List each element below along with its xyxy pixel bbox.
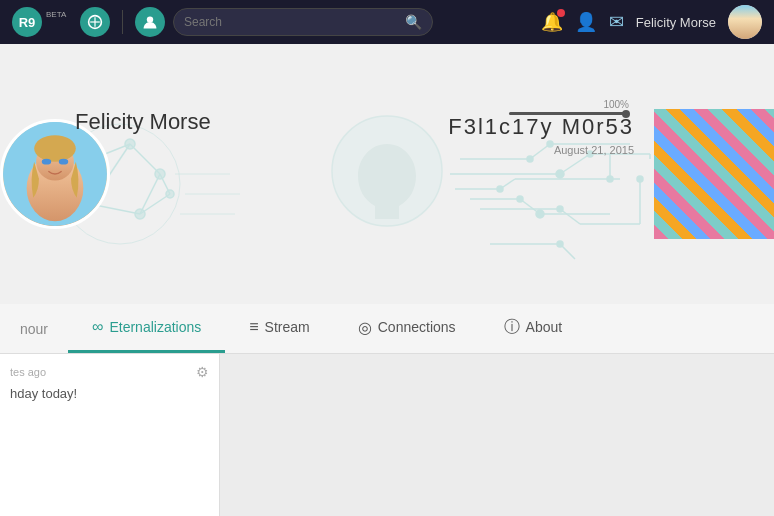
tab-navigation: nour ∞ Eternalizations ≡ Stream ◎ Connec…: [0, 304, 774, 354]
nav-right-area: 🔔 👤 ✉ Felicity Morse: [541, 5, 762, 39]
svg-point-60: [34, 135, 76, 161]
logo-icon: R9: [12, 7, 42, 37]
tab-honour-label: nour: [0, 321, 68, 337]
nav-username[interactable]: Felicity Morse: [636, 15, 716, 30]
messages-icon[interactable]: ✉: [609, 11, 624, 33]
svg-point-36: [497, 186, 503, 192]
tab-eternalizations-label: Eternalizations: [109, 319, 201, 335]
connections-icon: ◎: [358, 318, 372, 337]
svg-point-50: [547, 141, 553, 147]
profile-handle: F3l1c17y M0r53: [448, 114, 634, 140]
svg-point-3: [147, 16, 153, 22]
profile-avatar-pixelated: [654, 109, 774, 239]
tab-connections[interactable]: ◎ Connections: [334, 304, 480, 353]
tab-connections-label: Connections: [378, 319, 456, 335]
search-icon[interactable]: 🔍: [405, 14, 422, 30]
nav-divider: [122, 10, 123, 34]
svg-line-13: [130, 144, 160, 174]
profile-right-avatar: [654, 109, 774, 239]
svg-point-53: [557, 241, 563, 247]
progress-label: 100%: [603, 99, 629, 110]
top-navigation: R9 BETA 🔍 🔔 👤 ✉ Felicity Morse: [0, 0, 774, 44]
notifications-bell[interactable]: 🔔: [541, 11, 563, 33]
svg-point-49: [527, 156, 533, 162]
center-head: [332, 116, 442, 226]
profile-date: August 21, 2015: [554, 144, 634, 156]
logo-text: R9: [19, 15, 36, 30]
svg-point-31: [517, 196, 523, 202]
svg-point-45: [607, 176, 613, 182]
search-input[interactable]: [184, 15, 399, 29]
tab-about-label: About: [526, 319, 563, 335]
time-ago: tes ago: [10, 366, 46, 378]
svg-point-26: [556, 170, 564, 178]
menu-button[interactable]: [80, 7, 110, 37]
left-panel: tes ago ⚙ hday today!: [0, 354, 220, 516]
profile-left-avatar: [0, 119, 110, 229]
svg-point-32: [536, 210, 544, 218]
svg-point-44: [637, 176, 643, 182]
post-text: hday today!: [10, 384, 209, 404]
nav-avatar[interactable]: [728, 5, 762, 39]
svg-line-20: [160, 174, 170, 194]
profile-name: Felicity Morse: [75, 109, 211, 135]
stream-icon: ≡: [249, 318, 258, 336]
svg-line-24: [560, 154, 590, 174]
notification-dot: [557, 9, 565, 17]
svg-point-62: [59, 159, 68, 165]
tab-stream[interactable]: ≡ Stream: [225, 304, 333, 353]
logo-area: R9 BETA: [12, 7, 72, 37]
about-icon: ⓘ: [504, 317, 520, 338]
user-icon-button[interactable]: [135, 7, 165, 37]
profile-avatar-image: [3, 122, 107, 226]
tab-stream-label: Stream: [265, 319, 310, 335]
progress-bar-container: 100%: [509, 99, 629, 115]
settings-icon[interactable]: ⚙: [196, 364, 209, 380]
panel-header: tes ago ⚙: [10, 364, 209, 380]
eternalizations-icon: ∞: [92, 318, 103, 336]
profile-icon[interactable]: 👤: [575, 11, 597, 33]
svg-point-61: [42, 159, 51, 165]
right-panel: [220, 354, 774, 516]
svg-point-40: [557, 206, 563, 212]
main-content: tes ago ⚙ hday today!: [0, 354, 774, 516]
beta-badge: BETA: [46, 10, 66, 19]
tab-about[interactable]: ⓘ About: [480, 304, 587, 353]
tab-eternalizations[interactable]: ∞ Eternalizations: [68, 304, 225, 353]
search-bar[interactable]: 🔍: [173, 8, 433, 36]
profile-header: Felicity Morse 100% F3l1c17y M0r53 Augus…: [0, 44, 774, 304]
